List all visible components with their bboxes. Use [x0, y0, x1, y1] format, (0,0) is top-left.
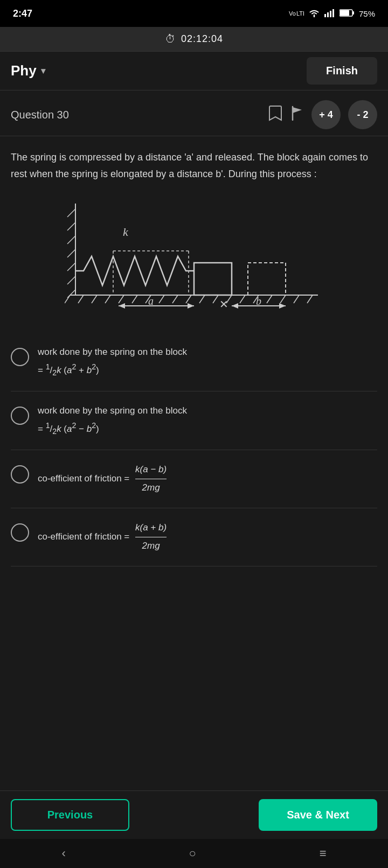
- option-a[interactable]: work done by the spring on the block = 1…: [11, 333, 377, 391]
- option-a-radio[interactable]: [11, 348, 29, 366]
- svg-rect-2: [324, 14, 326, 17]
- timer-icon: ⏱: [165, 33, 176, 45]
- dropdown-icon: ▾: [41, 66, 45, 76]
- status-bar: 2:47 Vo LTE: [0, 0, 388, 27]
- svg-line-16: [132, 295, 137, 303]
- option-c[interactable]: co-efficient of friction = k(a − b) 2mg: [11, 450, 377, 508]
- lte-icon: Vo LTE: [289, 8, 304, 19]
- positive-mark-badge[interactable]: + 4: [311, 100, 341, 129]
- svg-text:b: b: [256, 295, 261, 307]
- question-actions: + 4 - 2: [268, 100, 377, 129]
- svg-line-35: [67, 263, 75, 271]
- svg-rect-4: [330, 11, 331, 17]
- svg-marker-45: [119, 303, 125, 309]
- wifi-icon: [308, 9, 320, 19]
- svg-line-29: [307, 295, 313, 303]
- bookmark-icon[interactable]: [268, 105, 282, 124]
- svg-text:k: k: [123, 225, 129, 239]
- svg-line-34: [67, 249, 75, 257]
- question-header: Question 30 + 4 - 2: [0, 90, 388, 136]
- svg-line-12: [78, 295, 84, 303]
- question-content: The spring is compressed by a distance '…: [0, 136, 388, 333]
- svg-line-20: [186, 295, 191, 303]
- option-b-text: work done by the spring on the block = 1…: [38, 403, 187, 438]
- svg-line-21: [199, 295, 205, 303]
- option-b-radio[interactable]: [11, 407, 29, 425]
- svg-line-26: [267, 295, 272, 303]
- svg-line-15: [119, 295, 124, 303]
- svg-line-22: [213, 295, 218, 303]
- svg-line-31: [67, 209, 75, 217]
- bottom-navigation: Previous Save & Next: [0, 790, 388, 839]
- svg-rect-7: [352, 11, 354, 15]
- option-d-radio[interactable]: [11, 523, 29, 542]
- option-c-text: co-efficient of friction = k(a − b) 2mg: [38, 462, 167, 496]
- option-d[interactable]: co-efficient of friction = k(a + b) 2mg: [11, 508, 377, 566]
- negative-mark-badge[interactable]: - 2: [348, 100, 377, 129]
- svg-rect-43: [248, 263, 286, 295]
- svg-line-36: [67, 276, 75, 284]
- svg-line-27: [280, 295, 286, 303]
- option-c-radio[interactable]: [11, 465, 29, 484]
- svg-rect-42: [194, 263, 232, 295]
- svg-line-13: [92, 295, 97, 303]
- svg-marker-51: [279, 303, 286, 309]
- svg-line-32: [67, 222, 75, 230]
- svg-text:Vo: Vo: [289, 10, 296, 17]
- home-button[interactable]: ○: [189, 846, 196, 860]
- option-b[interactable]: work done by the spring on the block = 1…: [11, 391, 377, 450]
- signal-icon: [324, 9, 335, 19]
- svg-line-19: [172, 295, 178, 303]
- previous-button[interactable]: Previous: [11, 799, 129, 831]
- option-d-text: co-efficient of friction = k(a + b) 2mg: [38, 520, 167, 554]
- question-label: Question 30: [11, 109, 69, 121]
- svg-text:a: a: [148, 295, 154, 307]
- timer-bar: ⏱ 02:12:04: [0, 27, 388, 52]
- svg-line-14: [105, 295, 110, 303]
- svg-line-18: [159, 295, 164, 303]
- menu-button[interactable]: ≡: [320, 846, 327, 860]
- option-a-text: work done by the spring on the block = 1…: [38, 345, 187, 379]
- subject-selector[interactable]: Phy ▾: [11, 62, 45, 79]
- spring-diagram: k a ✕ b: [11, 193, 377, 311]
- status-time: 2:47: [13, 8, 32, 19]
- battery-icon: [340, 9, 355, 19]
- battery-percent: 75%: [359, 9, 375, 18]
- subject-label: Phy: [11, 62, 37, 79]
- svg-marker-46: [188, 303, 194, 309]
- options-list: work done by the spring on the block = 1…: [0, 333, 388, 566]
- save-next-button[interactable]: Save & Next: [259, 799, 377, 831]
- svg-rect-5: [332, 9, 334, 17]
- svg-line-33: [67, 236, 75, 244]
- device-navigation-bar: ‹ ○ ≡: [0, 839, 388, 868]
- svg-rect-8: [340, 10, 349, 16]
- svg-rect-3: [327, 12, 329, 17]
- status-icons: Vo LTE 75%: [289, 8, 375, 19]
- header: Phy ▾ Finish: [0, 52, 388, 90]
- finish-button[interactable]: Finish: [307, 57, 377, 85]
- svg-marker-50: [232, 303, 238, 309]
- svg-line-28: [294, 295, 299, 303]
- question-text: The spring is compressed by a distance '…: [11, 149, 377, 182]
- svg-text:✕: ✕: [219, 298, 228, 310]
- timer-value: 02:12:04: [181, 33, 223, 45]
- svg-line-24: [240, 295, 245, 303]
- svg-line-37: [67, 290, 75, 298]
- flag-icon[interactable]: [290, 106, 304, 124]
- svg-text:LTE: LTE: [296, 10, 304, 17]
- back-button[interactable]: ‹: [61, 846, 65, 860]
